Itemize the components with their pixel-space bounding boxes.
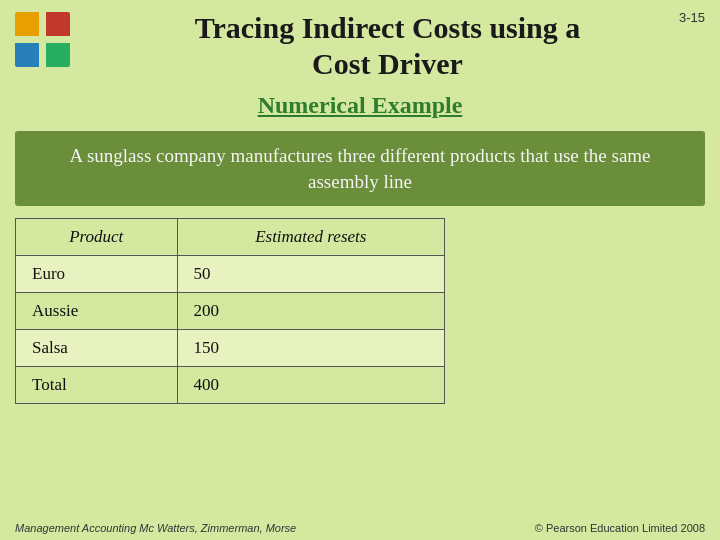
table-row: Aussie200 [16, 293, 445, 330]
cell-value: 200 [177, 293, 444, 330]
svg-rect-0 [15, 12, 42, 39]
description-box: A sunglass company manufactures three di… [15, 131, 705, 206]
svg-rect-3 [43, 40, 70, 67]
table-row: Euro50 [16, 256, 445, 293]
table-container: Product Estimated resets Euro50Aussie200… [15, 218, 705, 404]
header: Tracing Indirect Costs using a Cost Driv… [0, 0, 720, 87]
title-line2: Cost Driver [312, 47, 463, 80]
svg-rect-1 [43, 12, 70, 39]
logo [15, 12, 70, 67]
table-row: Total400 [16, 367, 445, 404]
slide: Tracing Indirect Costs using a Cost Driv… [0, 0, 720, 540]
slide-number: 3-15 [679, 10, 705, 25]
title-line1: Tracing Indirect Costs using a [195, 11, 581, 44]
title-block: Tracing Indirect Costs using a Cost Driv… [70, 10, 705, 82]
col-header-product: Product [16, 219, 178, 256]
col-header-resets: Estimated resets [177, 219, 444, 256]
svg-rect-5 [39, 12, 46, 67]
cell-product: Aussie [16, 293, 178, 330]
footer: Management Accounting Mc Watters, Zimmer… [0, 522, 720, 534]
cell-product: Euro [16, 256, 178, 293]
cell-product: Salsa [16, 330, 178, 367]
footer-left: Management Accounting Mc Watters, Zimmer… [15, 522, 296, 534]
cell-product: Total [16, 367, 178, 404]
description-text: A sunglass company manufactures three di… [35, 143, 685, 194]
cell-value: 400 [177, 367, 444, 404]
cell-value: 150 [177, 330, 444, 367]
cell-value: 50 [177, 256, 444, 293]
footer-right: © Pearson Education Limited 2008 [535, 522, 705, 534]
subtitle: Numerical Example [0, 92, 720, 119]
data-table: Product Estimated resets Euro50Aussie200… [15, 218, 445, 404]
main-title: Tracing Indirect Costs using a Cost Driv… [70, 10, 705, 82]
svg-rect-2 [15, 40, 42, 67]
table-header-row: Product Estimated resets [16, 219, 445, 256]
table-row: Salsa150 [16, 330, 445, 367]
